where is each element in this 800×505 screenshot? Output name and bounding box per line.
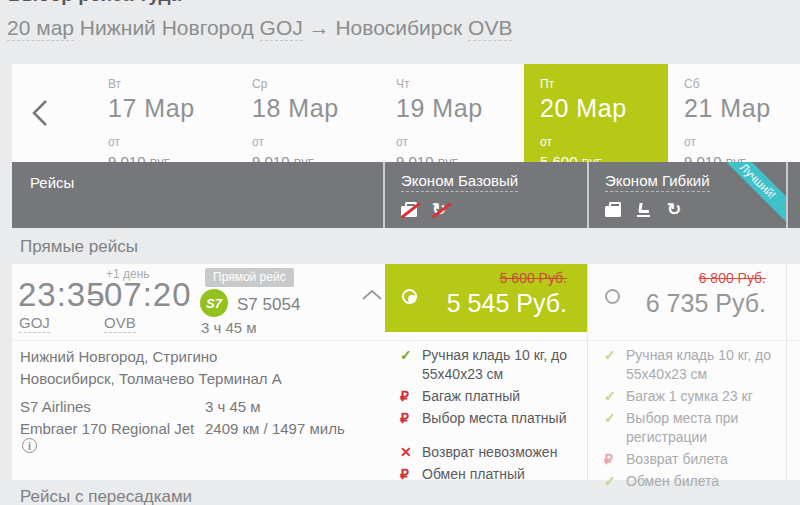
feature-item: ✓Выбор места при регистрации (604, 409, 780, 447)
ruble-icon: ₽ (400, 409, 422, 428)
date-tab-20-mar-selected[interactable]: Пт 20 Мар от 5 600 РУБ. (524, 64, 668, 162)
direct-flight-badge: Прямой рейс (205, 268, 294, 287)
date-label: 17 Мар (108, 94, 236, 123)
dest-airport: Новосибирск, Толмачево Терминал А (20, 370, 282, 387)
date-label: 20 Мар (540, 94, 668, 123)
feature-item: ✓Обмен билета (604, 472, 780, 491)
fare-column-business: Бизнес (786, 162, 800, 228)
economy-flex-label[interactable]: Эконом Гибкий (605, 172, 710, 192)
date-label: 21 Мар (684, 94, 800, 123)
date-label: 19 Мар (396, 94, 524, 123)
row-divider (12, 340, 800, 341)
no-baggage-icon (401, 202, 419, 218)
check-icon: ✓ (604, 346, 626, 384)
feature-item: ✕Возврат невозможен (400, 443, 576, 462)
fare-price: 5 545 Руб. (447, 289, 567, 318)
flight-number: S7 5054 (237, 295, 300, 315)
feature-item: ✓Багаж 1 сумка 23 кг (604, 387, 780, 406)
old-price: 5 600 Руб. (500, 270, 567, 286)
fare-price: 6 735 Руб. (646, 289, 766, 318)
flight-search-results-page: Выбор рейса туда 20 мар Нижний Новгород … (0, 0, 800, 505)
fare-option-economy-basic[interactable]: 5 600 Руб. 5 545 Руб. (385, 264, 587, 332)
fare-column-economy-basic: Эконом Базовый ↻ (383, 162, 587, 228)
fare-features-economy-basic: ✓Ручная кладь 10 кг, до 55x40x23 см ₽Баг… (400, 346, 576, 487)
ruble-icon: ₽ (400, 387, 422, 406)
check-icon: ✓ (604, 472, 626, 491)
radio-selected-icon[interactable] (402, 289, 417, 304)
route-dest-code-link[interactable]: OVB (468, 16, 512, 41)
date-label: 18 Мар (252, 94, 380, 123)
route-date-link[interactable]: 20 мар (7, 16, 74, 41)
date-strip: Вт 17 Мар от 9 010 РУБ. Ср 18 Мар от 9 0… (12, 64, 800, 162)
arrive-time: 07:20 (104, 276, 192, 314)
fare-class-header-row: Рейсы Эконом Базовый ↻ Эконом Гибкий ↻ Л… (12, 162, 800, 228)
date-tab-21-mar[interactable]: Сб 21 Мар от 9 010 РУБ. (668, 64, 800, 162)
origin-airport: Нижний Новгород, Стригино (20, 348, 217, 365)
date-tab-18-mar[interactable]: Ср 18 Мар от 9 010 РУБ. (236, 64, 380, 162)
radio-unselected-icon[interactable] (605, 289, 620, 304)
ruble-icon: ₽ (604, 450, 626, 469)
weekday-label: Сб (684, 77, 800, 91)
route-arrow: → (309, 16, 330, 39)
cross-icon: ✕ (400, 443, 422, 462)
seat-icon (636, 202, 654, 218)
flight-result-card: 23:35 → 07:20 +1 день GOJ OVB Прямой рей… (12, 264, 800, 480)
route-origin-city: Нижний Новгород (80, 16, 254, 39)
from-label: от (252, 135, 380, 149)
collapse-details-button[interactable] (360, 288, 388, 310)
exchange-icon: ↻ (667, 202, 685, 218)
prev-dates-button[interactable] (24, 94, 60, 132)
duration-detail: 3 ч 45 м (205, 398, 261, 415)
weekday-label: Пт (540, 77, 668, 91)
plus-one-day-label: +1 день (106, 267, 150, 281)
origin-code-link[interactable]: GOJ (19, 314, 50, 333)
from-label: от (684, 135, 800, 149)
flight-duration: 3 ч 45 м (201, 319, 257, 336)
economy-basic-label[interactable]: Эконом Базовый (401, 172, 518, 192)
transfer-flights-heading: Рейсы с пересадками (20, 487, 192, 505)
ruble-icon: ₽ (400, 465, 422, 484)
check-icon: ✓ (604, 387, 626, 406)
column-divider (786, 264, 787, 480)
aircraft-type: Embraer 170 Regional Jet (20, 420, 194, 437)
route-dest-city: Новосибирск (335, 16, 462, 39)
feature-item: ₽Багаж платный (400, 387, 576, 406)
flight-distance: 2409 км / 1497 миль (205, 420, 345, 437)
date-tab-17-mar[interactable]: Вт 17 Мар от 9 010 РУБ. (92, 64, 236, 162)
baggage-icon (605, 202, 623, 218)
route-origin-code-link[interactable]: GOJ (260, 16, 303, 41)
weekday-label: Чт (396, 77, 524, 91)
weekday-label: Ср (252, 77, 380, 91)
feature-spacer (400, 431, 576, 443)
feature-item: ₽Обмен платный (400, 465, 576, 484)
airline-name: S7 Airlines (20, 398, 91, 415)
feature-item: ₽Выбор места платный (400, 409, 576, 428)
from-label: от (108, 135, 236, 149)
fare-column-economy-flex: Эконом Гибкий ↻ Лучший! (587, 162, 786, 228)
flights-column-header: Рейсы (30, 174, 74, 191)
dest-code-link[interactable]: OVB (104, 314, 136, 333)
info-icon[interactable]: i (22, 438, 37, 453)
clipped-page-title: Выбор рейса туда (8, 0, 181, 6)
no-exchange-icon: ↻ (432, 202, 450, 218)
fare-features-economy-flex: ✓Ручная кладь 10 кг, до 55x40x23 см ✓Баг… (604, 346, 780, 494)
direct-flights-heading: Прямые рейсы (20, 237, 138, 257)
weekday-label: Вт (108, 77, 236, 91)
feature-item: ₽Возврат билета (604, 450, 780, 469)
fare-option-economy-flex[interactable]: 6 800 Руб. 6 735 Руб. (588, 264, 786, 332)
check-icon: ✓ (400, 346, 422, 384)
airline-logo: S7 (200, 289, 228, 317)
feature-item: ✓Ручная кладь 10 кг, до 55x40x23 см (400, 346, 576, 384)
from-label: от (540, 135, 668, 149)
route-heading: 20 мар Нижний Новгород GOJ → Новосибирск… (7, 16, 512, 40)
feature-item: ✓Ручная кладь 10 кг, до 55x40x23 см (604, 346, 780, 384)
date-tab-19-mar[interactable]: Чт 19 Мар от 9 010 РУБ. (380, 64, 524, 162)
old-price: 6 800 Руб. (699, 270, 766, 286)
check-icon: ✓ (604, 409, 626, 447)
from-label: от (396, 135, 524, 149)
